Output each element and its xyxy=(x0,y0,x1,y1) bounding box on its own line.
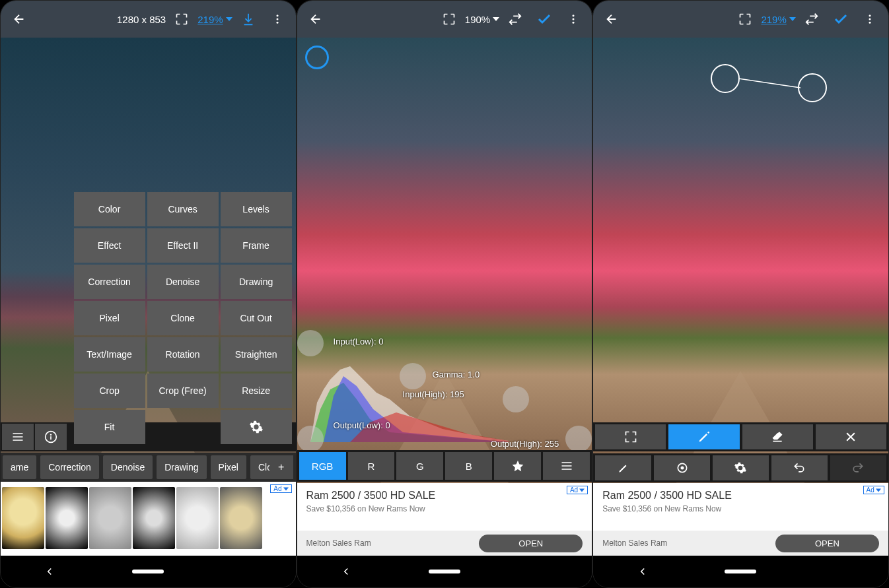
tool-drawing[interactable]: Drawing xyxy=(221,265,292,299)
tool-color[interactable]: Color xyxy=(74,192,145,226)
undo-icon[interactable] xyxy=(771,455,828,480)
back-icon[interactable] xyxy=(302,6,329,32)
apply-check-icon[interactable] xyxy=(531,6,557,32)
system-navbar xyxy=(593,556,888,587)
tool-effect2[interactable]: Effect II xyxy=(147,228,219,263)
input-low-label: Input(Low): 0 xyxy=(334,337,384,346)
ad-card[interactable]: Ad Ram 2500 / 3500 HD SALE Save $10,356 … xyxy=(593,483,888,556)
nav-back-icon[interactable] xyxy=(23,561,76,582)
ad-label[interactable]: Ad xyxy=(567,486,588,494)
nav-back-icon[interactable] xyxy=(616,561,669,582)
tool-effect[interactable]: Effect xyxy=(74,228,145,263)
channel-row: RGB R G B xyxy=(297,450,592,482)
back-icon[interactable] xyxy=(6,6,32,32)
line-handle-end[interactable] xyxy=(798,73,827,102)
input-low-handle[interactable] xyxy=(297,330,324,356)
color-picker-ring[interactable] xyxy=(305,46,329,69)
close-icon[interactable] xyxy=(816,424,886,449)
ad-label[interactable]: Ad xyxy=(270,484,291,493)
nav-recent-icon[interactable] xyxy=(220,561,273,582)
tool-curves[interactable]: Curves xyxy=(147,192,219,226)
zoom-dropdown[interactable]: 219% xyxy=(761,14,795,25)
menu-icon[interactable] xyxy=(543,452,590,480)
redo-icon[interactable] xyxy=(830,455,886,480)
tab-correction[interactable]: Correction xyxy=(40,455,99,479)
compare-icon[interactable] xyxy=(502,6,528,32)
tool-cutout[interactable]: Cut Out xyxy=(221,301,292,335)
tab-drawing[interactable]: Drawing xyxy=(157,455,206,479)
ad-thumb[interactable] xyxy=(133,487,175,549)
gamma-handle[interactable] xyxy=(400,363,426,389)
brush-icon[interactable] xyxy=(595,455,651,480)
nav-recent-icon[interactable] xyxy=(812,561,865,582)
channel-r[interactable]: R xyxy=(348,452,395,480)
ad-thumb[interactable] xyxy=(176,487,219,549)
tool-denoise[interactable]: Denoise xyxy=(147,265,219,299)
ad-banner[interactable]: Ad xyxy=(1,482,296,556)
ad-thumb[interactable] xyxy=(89,487,131,549)
tool-cropfree[interactable]: Crop (Free) xyxy=(147,374,219,408)
nav-recent-icon[interactable] xyxy=(516,561,569,582)
line-handle-start[interactable] xyxy=(711,64,740,93)
nav-home-icon[interactable] xyxy=(418,561,471,582)
zoom-dropdown[interactable]: 190% xyxy=(465,14,499,25)
input-high-handle[interactable] xyxy=(503,386,529,412)
channel-b[interactable]: B xyxy=(445,452,492,480)
tab-strip[interactable]: ame Correction Denoise Drawing Pixel Clo… xyxy=(1,453,296,482)
compare-icon[interactable] xyxy=(799,6,825,32)
top-bar: 219% xyxy=(593,1,888,38)
top-bar: 1280 x 853 219% xyxy=(1,1,296,38)
tool-clone[interactable]: Clone xyxy=(147,301,219,335)
tool-frame[interactable]: Frame xyxy=(221,228,292,263)
tool-settings[interactable] xyxy=(221,410,292,444)
download-icon[interactable] xyxy=(235,6,262,32)
output-low-handle[interactable] xyxy=(297,426,324,452)
output-high-handle[interactable] xyxy=(565,426,592,452)
hamburger-icon[interactable] xyxy=(2,424,34,450)
expand-icon[interactable] xyxy=(595,424,666,449)
ad-open-button[interactable]: OPEN xyxy=(775,535,879,552)
fullscreen-icon[interactable] xyxy=(436,6,462,32)
tool-crop[interactable]: Crop xyxy=(74,374,145,408)
fullscreen-icon[interactable] xyxy=(732,6,758,32)
tool-pixel[interactable]: Pixel xyxy=(74,301,145,335)
zoom-dropdown[interactable]: 219% xyxy=(197,14,232,25)
tool-resize[interactable]: Resize xyxy=(221,374,292,408)
ad-label[interactable]: Ad xyxy=(863,486,884,494)
tab-denoise[interactable]: Denoise xyxy=(103,455,153,479)
tool-rotation[interactable]: Rotation xyxy=(147,337,219,372)
ad-thumb[interactable] xyxy=(220,487,262,549)
tool-straighten[interactable]: Straighten xyxy=(221,337,292,372)
target-icon[interactable] xyxy=(654,455,710,480)
overflow-menu-icon[interactable] xyxy=(264,6,291,32)
eraser-icon[interactable] xyxy=(742,424,813,449)
tool-correction[interactable]: Correction xyxy=(74,265,145,299)
tool-levels[interactable]: Levels xyxy=(221,192,292,226)
channel-g[interactable]: G xyxy=(396,452,443,480)
tool-fit[interactable]: Fit xyxy=(74,410,145,444)
ad-thumb[interactable] xyxy=(2,487,44,549)
overflow-menu-icon[interactable] xyxy=(857,6,883,32)
ad-open-button[interactable]: OPEN xyxy=(479,535,583,552)
fullscreen-icon[interactable] xyxy=(168,6,195,32)
info-icon[interactable] xyxy=(35,424,67,450)
tab-pixel[interactable]: Pixel xyxy=(211,455,246,479)
ad-subtitle: Save $10,356 on New Rams Now xyxy=(593,502,888,516)
overflow-menu-icon[interactable] xyxy=(560,6,587,32)
ad-card[interactable]: Ad Ram 2500 / 3500 HD SALE Save $10,356 … xyxy=(297,483,592,556)
nav-home-icon[interactable] xyxy=(122,561,174,582)
add-tab-button[interactable]: + xyxy=(269,455,293,479)
apply-check-icon[interactable] xyxy=(828,6,854,32)
nav-home-icon[interactable] xyxy=(714,561,767,582)
tool-textimage[interactable]: Text/Image xyxy=(74,337,145,372)
gear-icon[interactable] xyxy=(713,455,769,480)
pencil-icon[interactable] xyxy=(668,424,739,449)
svg-line-12 xyxy=(738,79,800,88)
nav-back-icon[interactable] xyxy=(320,561,373,582)
tool-grid: Color Curves Levels Effect Effect II Fra… xyxy=(74,192,292,444)
favorite-icon[interactable] xyxy=(494,452,541,480)
tab-frame[interactable]: ame xyxy=(3,455,36,479)
back-icon[interactable] xyxy=(598,6,625,32)
channel-rgb[interactable]: RGB xyxy=(299,452,346,480)
ad-thumb[interactable] xyxy=(46,487,88,549)
